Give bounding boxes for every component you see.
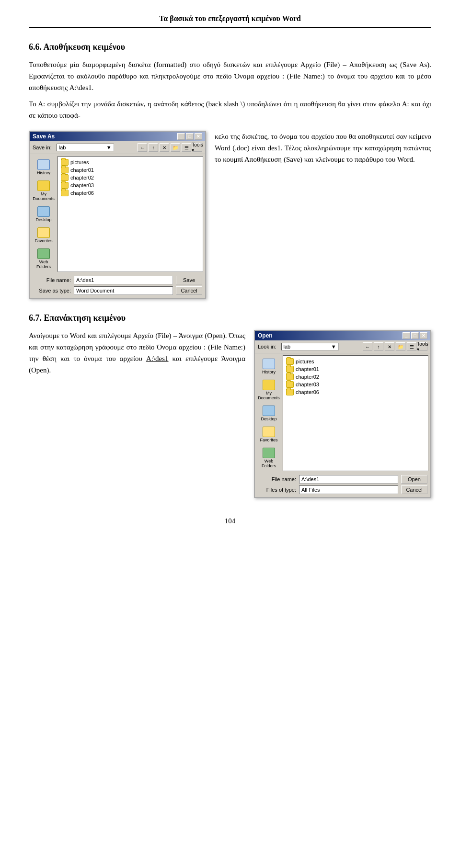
savein-dropdown-arrow[interactable]: ▼ [106,145,112,150]
savein-value: lab [59,145,66,150]
open-filetype-value: All Files [301,487,320,493]
filename-input[interactable]: A:\des1 [74,276,173,284]
back-button[interactable]: ← [138,143,147,152]
saveas-toolbar: Save in: lab ▼ ← ↑ ✕ 📁 ☰ Tools ▾ [30,141,205,154]
open-maximize-button[interactable]: □ [411,332,419,339]
filename-value: A:\des1 [76,277,94,283]
open-views-button[interactable]: ☰ [407,342,416,351]
open-close-button[interactable]: ✕ [420,332,427,339]
sidebar-mydocs-label: My Documents [33,192,55,201]
open-open-button[interactable]: Open [401,475,427,484]
open-sidebar-history[interactable]: History [258,357,280,375]
file-item-chapter02[interactable]: chapter02 [60,174,201,181]
open-filename-row: File name: A:\des1 Open [258,475,427,484]
open-minimize-button[interactable]: _ [402,332,410,339]
open-file-chapter06[interactable]: chapter06 [285,388,426,396]
lookin-dropdown-arrow[interactable]: ▼ [331,344,336,349]
saveas-footer: File name: A:\des1 Save Save as type: Wo… [30,274,205,298]
section-67-para1: Ανοίγουμε το Word και επιλέγουμε Αρχείο … [29,330,245,376]
file-item-chapter06[interactable]: chapter06 [60,189,201,197]
open-body: History My Documents [255,353,430,473]
history-icon [37,159,50,170]
open-folder-icon-chapter03 [286,381,294,388]
page: Τα βασικά του επεξεργαστή κειμένου Word … [0,0,460,868]
open-sidebar-webfolders[interactable]: Web Folders [258,446,280,469]
sidebar-favorites-label: Favorites [34,238,52,243]
section-67-title: 6.7. Επανάκτηση κειμένου [29,313,431,323]
savetype-input[interactable]: Word Document [74,286,173,295]
sidebar-item-webfolders[interactable]: Web Folders [33,247,55,270]
cancel-button[interactable]: Cancel [176,286,202,295]
open-file-pictures[interactable]: pictures [285,358,426,365]
open-filetype-input[interactable]: All Files [299,485,398,494]
sidebar-item-mydocs[interactable]: My Documents [33,179,55,202]
open-folder-icon-chapter02 [286,373,294,380]
sidebar-item-desktop[interactable]: Desktop [33,205,55,223]
sidebar-item-history[interactable]: History [33,158,55,176]
savein-label: Save in: [33,145,52,150]
open-file-chapter02[interactable]: chapter02 [285,373,426,381]
open-history-icon [262,358,276,370]
file-item-chapter03[interactable]: chapter03 [60,181,201,189]
delete-button[interactable]: ✕ [160,143,169,152]
titlebar-buttons: _ □ ✕ [177,133,202,140]
favorites-icon [37,227,50,238]
desktop-icon [37,206,50,217]
open-sidebar: History My Documents [257,355,281,471]
maximize-button[interactable]: □ [186,133,194,140]
minimize-button[interactable]: _ [177,133,185,140]
open-file-chapter03[interactable]: chapter03 [285,381,426,388]
open-tools-button[interactable]: Tools ▾ [418,342,427,351]
open-delete-button[interactable]: ✕ [385,342,394,351]
saveas-file-pane: pictures chapter01 chapter02 chapte [58,156,203,272]
section-66: 6.6. Αποθήκευση κειμένου Τοποθετούμε μία… [29,42,431,121]
folder-icon-chapter03 [61,182,69,189]
open-mydocs-icon [262,379,276,391]
file-item-chapter01[interactable]: chapter01 [60,166,201,174]
open-filename-label: File name: [258,476,296,482]
lookin-combobox[interactable]: lab ▼ [281,343,339,350]
views-button[interactable]: ☰ [182,143,191,152]
up-button[interactable]: ↑ [149,143,158,152]
open-up-button[interactable]: ↑ [374,342,383,351]
open-titlebar: Open _ □ ✕ [255,331,430,340]
open-sidebar-favorites[interactable]: Favorites [258,425,280,443]
saveas-sidebar: History My Documents Deskt [32,156,56,272]
lookin-label: Look in: [258,344,276,349]
open-filetype-label: Files of type: [258,487,296,493]
open-new-folder-button[interactable]: 📁 [396,342,405,351]
open-back-button[interactable]: ← [363,342,372,351]
sidebar-item-favorites[interactable]: Favorites [33,226,55,244]
close-button[interactable]: ✕ [195,133,202,140]
save-button[interactable]: Save [176,276,202,284]
sidebar-desktop-label: Desktop [35,217,51,222]
open-file-chapter01[interactable]: chapter01 [285,365,426,373]
filename-label: File name: [33,277,71,283]
section-66-para1: Τοποθετούμε μία διαμορφωμένη δισκέτα (fo… [29,59,431,93]
open-filename-input[interactable]: A:\des1 [299,475,398,484]
open-file-pane: pictures chapter01 chapter02 [283,355,428,471]
open-sidebar-mydocs[interactable]: My Documents [258,378,280,401]
tools-button[interactable]: Tools ▾ [193,143,202,152]
open-dialog-container: Open _ □ ✕ Look in: lab ▼ [254,330,431,498]
open-cancel-button[interactable]: Cancel [401,485,427,494]
sidebar-webfolders-label: Web Folders [34,259,54,269]
folder-icon-chapter06 [61,190,69,196]
underline-path: A:\des1 [146,355,169,362]
new-folder-button[interactable]: 📁 [171,143,180,152]
savein-combobox[interactable]: lab ▼ [57,144,114,151]
saveas-para3: κελο της δισκέτας, το όνομα του αρχείου … [215,133,431,163]
open-desktop-icon [262,405,276,417]
open-sidebar-history-label: History [262,370,276,374]
saveas-dialog-container: Save As _ □ ✕ Save in: lab ▼ ← [29,131,206,299]
saveas-right-text: κελο της δισκέτας, το όνομα του αρχείου … [215,131,431,299]
folder-icon-chapter01 [61,167,69,173]
file-item-pictures[interactable]: pictures [60,158,201,166]
open-folder-icon-chapter06 [286,389,294,395]
mydocs-icon [37,180,50,192]
open-webfolders-icon [262,447,276,459]
open-sidebar-desktop[interactable]: Desktop [258,404,280,422]
webfolders-icon [37,248,50,259]
saveas-titlebar: Save As _ □ ✕ [30,132,205,141]
folder-icon-pictures [61,159,69,166]
